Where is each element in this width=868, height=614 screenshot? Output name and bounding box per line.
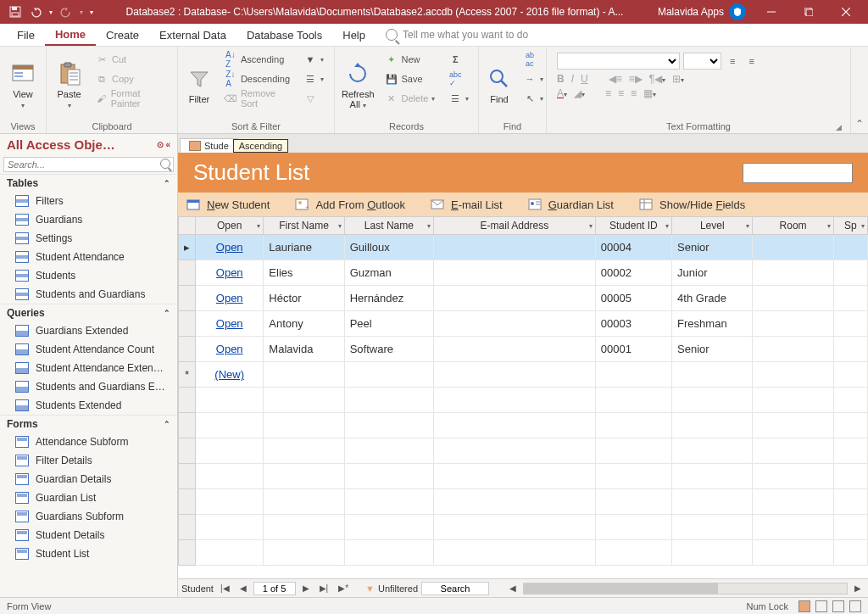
column-header[interactable]: Student ID▾ <box>595 217 671 235</box>
redo-icon[interactable] <box>59 5 73 19</box>
cell-email[interactable] <box>434 311 596 337</box>
column-header[interactable]: Level▾ <box>672 217 753 235</box>
last-record-button[interactable]: ▶| <box>316 583 332 593</box>
hscroll-right-button[interactable]: ▶ <box>851 583 865 593</box>
show-hide-fields-button[interactable]: Show/Hide Fields <box>639 198 745 211</box>
menu-create[interactable]: Create <box>96 25 149 45</box>
email-list-button[interactable]: E-mail List <box>431 198 503 211</box>
column-dropdown-icon[interactable]: ▾ <box>827 222 831 230</box>
open-link[interactable]: Open <box>196 337 264 362</box>
outdent-button[interactable]: ◀≡ <box>609 73 622 85</box>
cell-email[interactable] <box>434 337 596 362</box>
select-button[interactable]: ↖▾ <box>518 89 548 108</box>
goto-button[interactable]: →▾ <box>518 70 548 88</box>
column-dropdown-icon[interactable]: ▾ <box>257 222 260 230</box>
next-record-button[interactable]: ▶ <box>299 583 313 593</box>
filter-indicator-icon[interactable]: ▼ <box>365 583 375 594</box>
datasheet-view-button[interactable] <box>815 600 827 612</box>
design-view-button[interactable] <box>849 600 861 612</box>
navpane-search-input[interactable] <box>3 157 174 172</box>
toggle-filter-button[interactable]: ▽ <box>298 89 329 108</box>
cell-first-name[interactable]: Malavida <box>264 337 344 362</box>
table-row[interactable]: OpenEliesGuzman00002Junior <box>179 260 868 286</box>
nav-group-form[interactable]: Forms⌃ <box>0 415 177 433</box>
cell-student-id[interactable]: 00001 <box>595 337 671 362</box>
cell-room[interactable] <box>753 286 833 311</box>
remove-sort-button[interactable]: ⌫Remove Sort <box>219 89 295 108</box>
paste-button[interactable]: Paste▾ <box>52 50 86 120</box>
filter-button[interactable]: Filter <box>183 50 215 120</box>
nav-item-query[interactable]: Students Extended <box>0 396 177 415</box>
cell-level[interactable]: Junior <box>672 260 753 286</box>
cell-last-name[interactable]: Guzman <box>344 260 433 286</box>
cell-last-name[interactable]: Peel <box>344 311 433 337</box>
cell-student-id[interactable]: 00003 <box>595 311 671 337</box>
cell-extra[interactable] <box>833 311 867 337</box>
alternate-fill-button[interactable]: ▦▾ <box>643 87 656 99</box>
datasheet[interactable]: Open▾First Name▾Last Name▾E-mail Address… <box>178 216 868 578</box>
nav-item-query[interactable]: Student Attendance Count <box>0 340 177 359</box>
view-button[interactable]: View▾ <box>5 50 41 120</box>
text-direction-button[interactable]: ¶◀▾ <box>649 73 665 85</box>
nav-item-form[interactable]: Attendance Subform <box>0 433 177 451</box>
collapse-ribbon-icon[interactable]: ⌃ <box>855 118 864 130</box>
row-selector-header[interactable] <box>179 217 196 235</box>
record-position-input[interactable] <box>253 582 296 595</box>
maximize-button[interactable] <box>790 0 827 24</box>
align-center-button[interactable]: ≡ <box>618 87 624 99</box>
table-row[interactable]: OpenAntonyPeel00003Freshman <box>179 311 868 337</box>
align-right-button[interactable]: ≡ <box>631 87 637 99</box>
cell-extra[interactable] <box>833 260 867 286</box>
open-link[interactable]: Open <box>196 260 264 286</box>
cell-level[interactable]: 4th Grade <box>672 286 753 311</box>
cell-first-name[interactable]: Lauriane <box>264 235 344 260</box>
cell-last-name[interactable]: Guilloux <box>344 235 433 260</box>
nav-item-form[interactable]: Guardian List <box>0 488 177 507</box>
cut-button[interactable]: ✂Cut <box>90 50 172 69</box>
underline-button[interactable]: U <box>581 73 588 85</box>
fill-color-button[interactable]: ◢▾ <box>574 87 585 99</box>
row-selector[interactable]: ▸ <box>179 235 196 260</box>
cell-email[interactable] <box>434 286 596 311</box>
font-color-button[interactable]: A▾ <box>557 87 567 99</box>
tab-student-list[interactable]: Stude <box>180 138 238 153</box>
row-selector[interactable] <box>179 337 196 362</box>
menu-file[interactable]: File <box>7 25 45 45</box>
new-row[interactable]: *(New) <box>179 362 868 388</box>
cell-student-id[interactable]: 00004 <box>595 235 671 260</box>
nav-item-form[interactable]: Student List <box>0 544 177 563</box>
find-button[interactable]: Find <box>484 50 515 120</box>
row-selector[interactable]: * <box>179 362 196 388</box>
nav-item-form[interactable]: Student Details <box>0 526 177 544</box>
cell-level[interactable]: Senior <box>672 337 753 362</box>
column-dropdown-icon[interactable]: ▾ <box>861 222 865 230</box>
cell-extra[interactable] <box>833 286 867 311</box>
decrease-indent-button[interactable]: ≡ <box>743 52 759 70</box>
nav-group-table[interactable]: Tables⌃ <box>0 174 177 192</box>
navpane-collapse-icon[interactable]: « <box>165 140 170 149</box>
column-header[interactable]: Room▾ <box>753 217 833 235</box>
menu-help[interactable]: Help <box>332 25 376 45</box>
nav-item-table[interactable]: Student Attendance <box>0 248 177 266</box>
nav-item-form[interactable]: Filter Details <box>0 451 177 470</box>
column-dropdown-icon[interactable]: ▾ <box>338 222 342 230</box>
spelling-button[interactable]: abc✓ <box>443 70 474 88</box>
cell-room[interactable] <box>753 235 833 260</box>
font-size-select[interactable] <box>683 53 721 70</box>
search-icon[interactable] <box>160 159 170 169</box>
column-dropdown-icon[interactable]: ▾ <box>746 222 749 230</box>
column-dropdown-icon[interactable]: ▾ <box>665 222 669 230</box>
descending-button[interactable]: Z↓ADescending <box>219 70 295 88</box>
row-selector[interactable] <box>179 260 196 286</box>
undo-icon[interactable] <box>29 5 42 19</box>
form-search-input[interactable] <box>743 163 853 183</box>
column-dropdown-icon[interactable]: ▾ <box>427 222 431 230</box>
bold-button[interactable]: B <box>557 73 565 85</box>
save-icon[interactable] <box>8 5 22 19</box>
copy-button[interactable]: ⧉Copy <box>90 70 172 88</box>
new-record-button[interactable]: ✦New <box>380 50 441 69</box>
row-selector[interactable] <box>179 286 196 311</box>
italic-button[interactable]: I <box>571 73 574 85</box>
nav-item-query[interactable]: Guardians Extended <box>0 321 177 340</box>
qat-customize-icon[interactable]: ▾ <box>90 8 93 16</box>
